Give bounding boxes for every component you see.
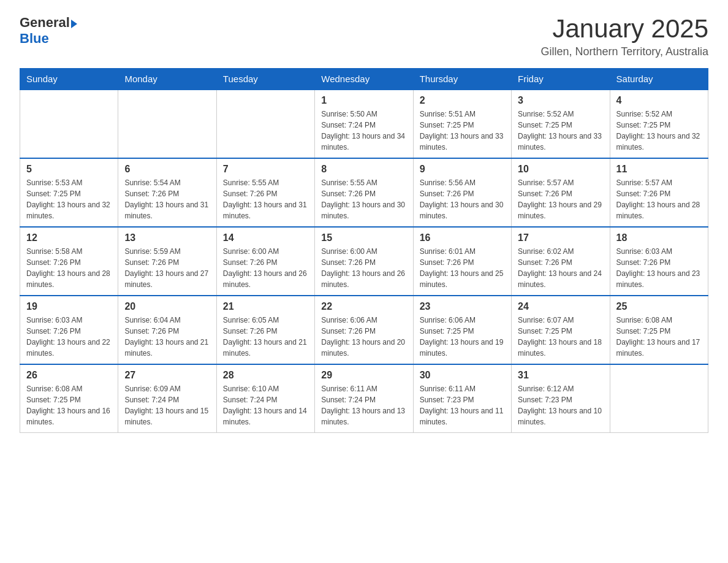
day-info: Sunrise: 6:03 AMSunset: 7:26 PMDaylight:… — [26, 315, 112, 359]
day-info: Sunrise: 5:50 AMSunset: 7:24 PMDaylight:… — [321, 109, 406, 153]
calendar-day-cell: 20Sunrise: 6:04 AMSunset: 7:26 PMDayligh… — [118, 296, 216, 364]
day-number: 2 — [420, 95, 505, 106]
calendar-day-cell: 21Sunrise: 6:05 AMSunset: 7:26 PMDayligh… — [216, 296, 314, 364]
day-info: Sunrise: 6:03 AMSunset: 7:26 PMDaylight:… — [616, 246, 702, 290]
logo-arrow-icon — [71, 20, 77, 28]
day-number: 12 — [26, 232, 112, 243]
day-number: 29 — [321, 370, 406, 381]
calendar-day-cell: 3Sunrise: 5:52 AMSunset: 7:25 PMDaylight… — [512, 90, 610, 158]
day-number: 31 — [518, 370, 603, 381]
calendar-day-cell: 2Sunrise: 5:51 AMSunset: 7:25 PMDaylight… — [413, 90, 511, 158]
day-info: Sunrise: 5:53 AMSunset: 7:25 PMDaylight:… — [26, 177, 112, 221]
day-info: Sunrise: 6:09 AMSunset: 7:24 PMDaylight:… — [124, 383, 210, 427]
day-info: Sunrise: 5:57 AMSunset: 7:26 PMDaylight:… — [518, 177, 603, 221]
day-info: Sunrise: 6:05 AMSunset: 7:26 PMDaylight:… — [223, 315, 308, 359]
day-number: 19 — [26, 301, 112, 312]
day-number: 5 — [26, 164, 112, 175]
logo-blue-text: Blue — [20, 31, 77, 47]
calendar-week-row: 19Sunrise: 6:03 AMSunset: 7:26 PMDayligh… — [20, 296, 708, 364]
day-info: Sunrise: 6:06 AMSunset: 7:26 PMDaylight:… — [321, 315, 406, 359]
day-info: Sunrise: 6:10 AMSunset: 7:24 PMDaylight:… — [223, 383, 308, 427]
day-of-week-header: Tuesday — [216, 69, 314, 90]
day-info: Sunrise: 6:00 AMSunset: 7:26 PMDaylight:… — [321, 246, 406, 290]
day-info: Sunrise: 6:12 AMSunset: 7:23 PMDaylight:… — [518, 383, 603, 427]
calendar-day-cell: 11Sunrise: 5:57 AMSunset: 7:26 PMDayligh… — [610, 158, 708, 227]
day-number: 17 — [518, 232, 603, 243]
day-of-week-header: Saturday — [610, 69, 708, 90]
calendar-day-cell: 23Sunrise: 6:06 AMSunset: 7:25 PMDayligh… — [413, 296, 511, 364]
calendar-day-cell: 12Sunrise: 5:58 AMSunset: 7:26 PMDayligh… — [20, 227, 118, 296]
calendar-day-cell: 26Sunrise: 6:08 AMSunset: 7:25 PMDayligh… — [20, 364, 118, 433]
day-info: Sunrise: 5:55 AMSunset: 7:26 PMDaylight:… — [321, 177, 406, 221]
calendar-day-cell: 15Sunrise: 6:00 AMSunset: 7:26 PMDayligh… — [315, 227, 413, 296]
calendar-week-row: 12Sunrise: 5:58 AMSunset: 7:26 PMDayligh… — [20, 227, 708, 296]
calendar-day-cell: 1Sunrise: 5:50 AMSunset: 7:24 PMDaylight… — [315, 90, 413, 158]
calendar-week-row: 26Sunrise: 6:08 AMSunset: 7:25 PMDayligh… — [20, 364, 708, 433]
calendar-day-cell: 7Sunrise: 5:55 AMSunset: 7:26 PMDaylight… — [216, 158, 314, 227]
day-number: 26 — [26, 370, 112, 381]
day-number: 3 — [518, 95, 603, 106]
calendar-day-cell: 8Sunrise: 5:55 AMSunset: 7:26 PMDaylight… — [315, 158, 413, 227]
day-number: 20 — [124, 301, 210, 312]
calendar-day-cell: 22Sunrise: 6:06 AMSunset: 7:26 PMDayligh… — [315, 296, 413, 364]
calendar-day-cell: 29Sunrise: 6:11 AMSunset: 7:24 PMDayligh… — [315, 364, 413, 433]
day-info: Sunrise: 6:04 AMSunset: 7:26 PMDaylight:… — [124, 315, 210, 359]
calendar-week-row: 1Sunrise: 5:50 AMSunset: 7:24 PMDaylight… — [20, 90, 708, 158]
calendar-week-row: 5Sunrise: 5:53 AMSunset: 7:25 PMDaylight… — [20, 158, 708, 227]
calendar-day-cell: 24Sunrise: 6:07 AMSunset: 7:25 PMDayligh… — [512, 296, 610, 364]
day-of-week-header: Monday — [118, 69, 216, 90]
calendar-day-cell — [118, 90, 216, 158]
logo-general-text: General — [20, 15, 70, 31]
day-info: Sunrise: 5:54 AMSunset: 7:26 PMDaylight:… — [124, 177, 210, 221]
day-info: Sunrise: 5:57 AMSunset: 7:26 PMDaylight:… — [616, 177, 702, 221]
day-info: Sunrise: 6:06 AMSunset: 7:25 PMDaylight:… — [420, 315, 505, 359]
calendar-day-cell: 10Sunrise: 5:57 AMSunset: 7:26 PMDayligh… — [512, 158, 610, 227]
day-of-week-header: Thursday — [413, 69, 511, 90]
day-number: 24 — [518, 301, 603, 312]
day-info: Sunrise: 5:52 AMSunset: 7:25 PMDaylight:… — [616, 109, 702, 153]
calendar-day-cell: 4Sunrise: 5:52 AMSunset: 7:25 PMDaylight… — [610, 90, 708, 158]
day-info: Sunrise: 6:08 AMSunset: 7:25 PMDaylight:… — [26, 383, 112, 427]
calendar-day-cell: 30Sunrise: 6:11 AMSunset: 7:23 PMDayligh… — [413, 364, 511, 433]
day-number: 9 — [420, 164, 505, 175]
day-info: Sunrise: 5:59 AMSunset: 7:26 PMDaylight:… — [124, 246, 210, 290]
day-info: Sunrise: 6:00 AMSunset: 7:26 PMDaylight:… — [223, 246, 308, 290]
page-header: General Blue January 2025 Gillen, Northe… — [20, 15, 708, 58]
calendar-day-cell: 28Sunrise: 6:10 AMSunset: 7:24 PMDayligh… — [216, 364, 314, 433]
calendar-day-cell: 17Sunrise: 6:02 AMSunset: 7:26 PMDayligh… — [512, 227, 610, 296]
day-number: 6 — [124, 164, 210, 175]
calendar-day-cell: 18Sunrise: 6:03 AMSunset: 7:26 PMDayligh… — [610, 227, 708, 296]
day-number: 16 — [420, 232, 505, 243]
day-info: Sunrise: 6:01 AMSunset: 7:26 PMDaylight:… — [420, 246, 505, 290]
calendar-day-cell: 19Sunrise: 6:03 AMSunset: 7:26 PMDayligh… — [20, 296, 118, 364]
title-block: January 2025 Gillen, Northern Territory,… — [541, 15, 708, 58]
day-number: 1 — [321, 95, 406, 106]
day-number: 21 — [223, 301, 308, 312]
calendar-title: January 2025 — [541, 15, 708, 43]
day-number: 13 — [124, 232, 210, 243]
day-number: 8 — [321, 164, 406, 175]
calendar-day-cell: 27Sunrise: 6:09 AMSunset: 7:24 PMDayligh… — [118, 364, 216, 433]
calendar-day-cell: 9Sunrise: 5:56 AMSunset: 7:26 PMDaylight… — [413, 158, 511, 227]
day-number: 14 — [223, 232, 308, 243]
calendar-day-cell: 13Sunrise: 5:59 AMSunset: 7:26 PMDayligh… — [118, 227, 216, 296]
calendar-table: SundayMondayTuesdayWednesdayThursdayFrid… — [20, 68, 708, 433]
day-info: Sunrise: 5:51 AMSunset: 7:25 PMDaylight:… — [420, 109, 505, 153]
day-number: 25 — [616, 301, 702, 312]
day-info: Sunrise: 6:07 AMSunset: 7:25 PMDaylight:… — [518, 315, 603, 359]
day-number: 23 — [420, 301, 505, 312]
day-number: 18 — [616, 232, 702, 243]
day-of-week-header: Friday — [512, 69, 610, 90]
day-info: Sunrise: 5:56 AMSunset: 7:26 PMDaylight:… — [420, 177, 505, 221]
calendar-day-cell: 16Sunrise: 6:01 AMSunset: 7:26 PMDayligh… — [413, 227, 511, 296]
calendar-day-cell: 6Sunrise: 5:54 AMSunset: 7:26 PMDaylight… — [118, 158, 216, 227]
logo: General Blue — [20, 15, 77, 47]
day-number: 27 — [124, 370, 210, 381]
calendar-day-cell: 14Sunrise: 6:00 AMSunset: 7:26 PMDayligh… — [216, 227, 314, 296]
day-of-week-header: Sunday — [20, 69, 118, 90]
day-info: Sunrise: 5:55 AMSunset: 7:26 PMDaylight:… — [223, 177, 308, 221]
calendar-day-cell — [610, 364, 708, 433]
day-info: Sunrise: 6:02 AMSunset: 7:26 PMDaylight:… — [518, 246, 603, 290]
day-number: 11 — [616, 164, 702, 175]
day-number: 7 — [223, 164, 308, 175]
